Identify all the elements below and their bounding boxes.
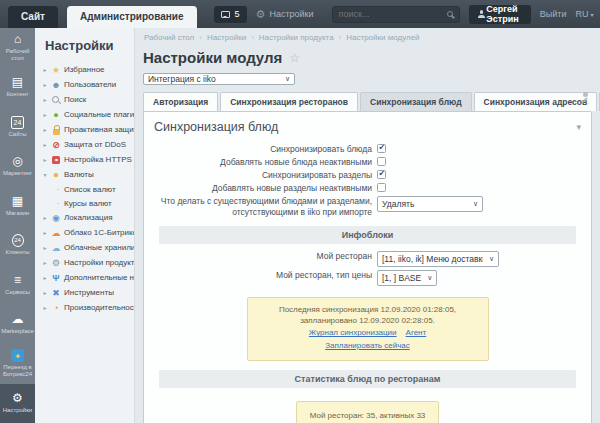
expand-arrow-icon [42,96,48,103]
document-icon [12,76,23,89]
rail-item[interactable]: Marketplace [0,305,35,345]
chevron-down-icon [489,255,494,263]
language-selector[interactable]: RU▾ [575,9,593,19]
chevron-down-icon [473,200,478,208]
infoblocks-heading: Инфоблоки [159,226,576,244]
cloud-1c-icon [51,228,61,238]
sidebar-item[interactable]: Настройки продукта [35,255,134,270]
collapse-section-icon[interactable]: ▾ [576,122,581,132]
sidebar-item[interactable]: Социальные плагины [35,107,134,122]
chevron-down-icon [427,274,432,282]
shop-basket-icon [12,195,23,208]
sidebar-item[interactable]: Защита от DDoS [35,137,134,152]
sidebar-item[interactable]: Инструменты [35,285,134,300]
module-settings-form: Синхронизация блюд ▾ Синхронизировать бл… [143,111,592,423]
form-row-delete-policy: Что делать с существующими блюдами и раз… [144,196,591,217]
main-content: Рабочий столНастройкиНастройки продуктаН… [135,28,600,423]
notifications-count: 5 [235,9,240,19]
left-rail: Рабочий стол Контент Сайты Маркетинг Маг… [0,28,35,423]
search-input[interactable] [339,9,443,19]
form-tab[interactable]: Синхронизация блюд [360,92,472,111]
agent-link[interactable]: Агент [406,328,427,339]
sidebar-item[interactable]: Облако 1С-Битрикс [35,225,134,240]
rail-item[interactable]: Переезд в Битрикс24 [0,344,35,384]
product-settings-icon [51,258,61,268]
sidebar-item[interactable]: Дополнительные настройки [35,270,134,285]
currency-icon [51,170,61,180]
checkbox[interactable] [377,157,386,166]
notifications-button[interactable]: 5 [214,6,247,23]
expand-arrow-icon [42,171,48,178]
rail-item[interactable]: Сервисы [0,265,35,305]
tools-icon [51,288,61,298]
sidebar-item[interactable]: Курсы валют [35,196,134,210]
breadcrumb-link[interactable]: Настройки продукта [246,33,333,42]
breadcrumb-link[interactable]: Рабочий стол [144,33,194,42]
tab-site[interactable]: Сайт [8,6,58,28]
settings-sidebar: Настройки Избранное Пользователи [35,28,135,423]
expand-arrow-icon [55,186,61,192]
checkbox[interactable] [377,144,386,153]
form-row: Синхронизировать разделы [144,170,591,181]
expand-arrow-icon [42,229,48,236]
rail-item[interactable]: Настройки [0,384,35,423]
breadcrumb-link[interactable]: Настройки модулей [334,33,420,42]
topbar-settings-button[interactable]: ⚙ Настройки [256,9,314,20]
rail-item[interactable]: Магазин [0,186,35,226]
module-select[interactable]: Интеграция с iiko [143,73,295,85]
restaurant-iblock-select[interactable]: [11, iiko, ik] Меню доставки [377,251,499,267]
sidebar-item[interactable]: Локализация [35,210,134,225]
logout-link[interactable]: Выйти [540,9,567,19]
sync-journal-link[interactable]: Журнал синхронизации [309,328,397,339]
search-box[interactable] [332,6,460,23]
topbar-settings-label: Настройки [269,9,313,19]
delete-policy-select[interactable]: Удалять [377,196,483,212]
sidebar-title: Настройки [35,36,134,62]
checkbox[interactable] [377,183,386,192]
user-menu-button[interactable]: Сергей Эстрин [469,5,531,24]
https-icon [51,155,61,165]
ddos-icon [51,140,61,150]
form-tab[interactable]: Синхронизация ресторанов [220,92,358,111]
expand-arrow-icon [42,126,48,133]
chat-bubble-icon [221,11,230,18]
expand-arrow-icon [42,156,48,163]
sidebar-item[interactable]: Пользователи [35,77,134,92]
sidebar-item[interactable]: Настройка HTTPS [35,152,134,167]
expand-arrow-icon [42,274,48,281]
user-name: Сергей Эстрин [486,4,522,24]
pin-tabs-icon[interactable] [580,89,590,107]
social-icon [51,110,61,120]
tab-administration[interactable]: Администрирование [67,6,197,28]
expand-arrow-icon [42,304,48,311]
expand-arrow-icon [42,111,48,118]
marketing-target-icon [12,155,22,168]
sidebar-item[interactable]: Валюты [35,167,134,182]
breadcrumb-link[interactable]: Настройки [194,33,246,42]
sidebar-item[interactable]: Список валют [35,182,134,196]
rail-item[interactable]: Сайты [0,107,35,147]
rail-item[interactable]: Контент [0,68,35,108]
form-row-price-type: Мой ресторан, тип цены [1, ] BASE [144,270,591,286]
chevron-down-icon: ▾ [590,12,593,18]
users-icon [51,80,61,90]
form-tab[interactable]: Синхронизация адресов [474,92,598,111]
rail-item[interactable]: Маркетинг [0,147,35,187]
favorite-star-icon[interactable]: ☆ [289,51,300,65]
schedule-now-link[interactable]: Запланировать сейчас [325,341,410,352]
sidebar-item[interactable]: Облачные хранилища [35,240,134,255]
form-tab[interactable]: Авторизация [143,92,218,111]
marketplace-cloud-icon [12,313,24,326]
sidebar-item[interactable]: Производительность [35,300,134,315]
sidebar-item[interactable]: Поиск [35,92,134,107]
rail-item[interactable]: Клиенты [0,226,35,266]
sidebar-item[interactable]: Избранное [35,62,134,77]
star-icon [51,65,61,75]
expand-arrow-icon [42,214,48,221]
sidebar-item[interactable]: Проактивная защита [35,122,134,137]
checkbox[interactable] [377,170,386,179]
rail-item[interactable]: Рабочий стол [0,28,35,68]
price-type-select[interactable]: [1, ] BASE [377,270,437,286]
bitrix24-move-icon [11,349,24,362]
expand-arrow-icon [42,259,48,266]
